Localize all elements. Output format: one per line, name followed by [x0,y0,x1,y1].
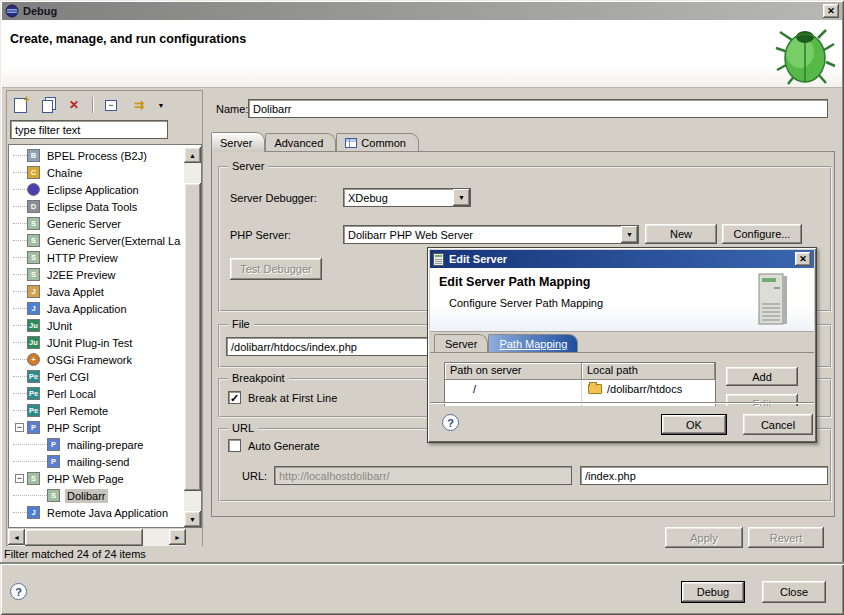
tree-item-junit[interactable]: JuJUnit [9,317,184,334]
apply-button[interactable]: Apply [665,527,743,548]
tree-item-eclipse-data-tools[interactable]: DEclipse Data Tools [9,198,184,215]
tree-item-perl-local[interactable]: PePerl Local [9,385,184,402]
tree-guide [13,359,27,360]
tree-item-bpel-process-b2j[interactable]: BBPEL Process (B2J) [9,147,184,164]
scroll-down-icon[interactable]: ▼ [184,511,201,527]
cancel-button[interactable]: Cancel [743,414,813,435]
scroll-up-icon[interactable]: ▲ [184,147,201,163]
php-web-page-icon: S [27,472,40,485]
tree-item-perl-remote[interactable]: PePerl Remote [9,402,184,419]
mapping-table-header: Path on server Local path [445,363,715,380]
tree-guide [13,274,27,275]
tree-vertical-scrollbar[interactable]: ▲ ▼ [184,147,201,527]
url-path-input[interactable] [580,466,828,485]
tree-item-label: Eclipse Data Tools [45,200,139,214]
remote-java-icon: J [27,506,40,519]
filter-input[interactable] [10,120,168,139]
add-mapping-button[interactable]: Add [726,367,798,386]
tree-item-label: Java Application [45,302,129,316]
column-path-on-server[interactable]: Path on server [445,363,582,380]
banner-heading: Create, manage, and run configurations [10,32,246,46]
tab-server[interactable]: Server [211,132,265,152]
tree-item-label: Java Applet [45,285,106,299]
tree-item-label: Perl Remote [45,404,110,418]
tree-item-eclipse-application[interactable]: Eclipse Application [9,181,184,198]
window-close-button[interactable]: ✕ [823,4,839,18]
window-titlebar: Debug ✕ [2,2,842,20]
close-icon: ✕ [827,6,835,16]
server-icon: S [27,268,40,281]
tree-item-label: PHP Web Page [45,472,126,486]
tree-item-generic-server[interactable]: SGeneric Server [9,215,184,232]
tree-horizontal-scrollbar[interactable]: ◄ ► [8,529,202,546]
tab-advanced[interactable]: Advanced [265,133,336,152]
window-title: Debug [23,5,57,17]
tree-item-j2ee-preview[interactable]: SJ2EE Preview [9,266,184,283]
tree-item-java-application[interactable]: JJava Application [9,300,184,317]
local-path-text: /dolibarr/htdocs [607,383,682,395]
perl-icon: Pe [27,370,40,383]
help-icon[interactable]: ? [10,583,27,600]
tree-item-http-preview[interactable]: SHTTP Preview [9,249,184,266]
server-icon: S [27,251,40,264]
delete-configuration-icon[interactable]: ✕ [65,96,83,114]
dialog-close-button[interactable]: ✕ [795,252,811,266]
tree-item-mailing-prepare[interactable]: Pmailing-prepare [9,436,184,453]
tree-item-junit-plug-in-test[interactable]: JuJUnit Plug-in Test [9,334,184,351]
tree-item-dolibarr[interactable]: SDolibarr [9,487,184,504]
tree-item-mailing-send[interactable]: Pmailing-send [9,453,184,470]
server-debugger-select[interactable]: XDebug ▼ [343,188,471,207]
tree-item-label: Generic Server [45,217,123,231]
tree-item-java-applet[interactable]: JJava Applet [9,283,184,300]
chevron-down-icon[interactable]: ▼ [621,226,638,243]
tree-item-perl-cgi[interactable]: PePerl CGI [9,368,184,385]
configure-button[interactable]: Configure... [722,224,802,244]
chevron-down-icon[interactable]: ▼ [453,189,470,206]
scroll-right-icon[interactable]: ► [169,529,186,545]
tree-item-php-web-page[interactable]: −SPHP Web Page [9,470,184,487]
dialog-subheading: Configure Server Path Mapping [449,297,603,309]
collapse-expander-icon[interactable]: − [15,423,24,432]
config-tree: BBPEL Process (B2J)CChaîneEclipse Applic… [9,147,184,527]
php-file-icon: P [47,438,60,451]
toolbar-menu-dropdown-icon[interactable]: ▼ [156,96,166,114]
tree-item-label: Remote Java Application [45,506,170,520]
vertical-scroll-thumb[interactable] [184,183,201,491]
column-local-path[interactable]: Local path [582,363,715,380]
tab-common[interactable]: Common [336,133,419,152]
tree-item-remote-java-application[interactable]: JRemote Java Application [9,504,184,521]
tree-item-label: mailing-prepare [65,438,145,452]
debug-button[interactable]: Debug [681,581,745,603]
new-configuration-icon[interactable]: + [11,96,29,114]
mapping-row[interactable]: //dolibarr/htdocs [445,380,715,397]
name-input[interactable] [248,99,828,118]
dialog-tab-server[interactable]: Server [434,334,488,352]
server-debugger-label: Server Debugger: [230,192,317,204]
test-debugger-button[interactable]: Test Debugger [230,258,322,280]
new-server-button[interactable]: New [645,224,717,244]
tree-item-cha-ne[interactable]: CChaîne [9,164,184,181]
tree-guide [13,240,27,241]
break-first-line-checkbox[interactable]: ✓ [228,391,241,404]
tree-item-osgi-framework[interactable]: +OSGi Framework [9,351,184,368]
collapse-expander-icon[interactable]: − [15,474,24,483]
filter-icon[interactable]: ⇉ [129,96,147,114]
debug-bug-icon [774,28,836,86]
scroll-left-icon[interactable]: ◄ [8,529,25,545]
ok-button[interactable]: OK [661,414,727,435]
revert-button[interactable]: Revert [748,527,824,548]
perl-icon: Pe [27,404,40,417]
tree-item-label: J2EE Preview [45,268,117,282]
local-path-cell: /dolibarr/htdocs [582,383,715,395]
horizontal-scroll-thumb[interactable] [25,529,143,546]
tree-item-php-script[interactable]: −PPHP Script [9,419,184,436]
java-application-icon: J [27,302,40,315]
tree-item-generic-server-external-la[interactable]: SGeneric Server(External La [9,232,184,249]
collapse-all-icon[interactable]: − [102,96,120,114]
close-button[interactable]: Close [762,581,826,603]
duplicate-configuration-icon[interactable] [38,96,56,114]
dialog-tab-path-mapping[interactable]: Path Mapping [488,334,578,352]
dialog-help-icon[interactable]: ? [442,414,459,431]
php-server-select[interactable]: Dolibarr PHP Web Server ▼ [343,225,639,244]
auto-generate-checkbox[interactable]: ✓ [228,439,241,452]
